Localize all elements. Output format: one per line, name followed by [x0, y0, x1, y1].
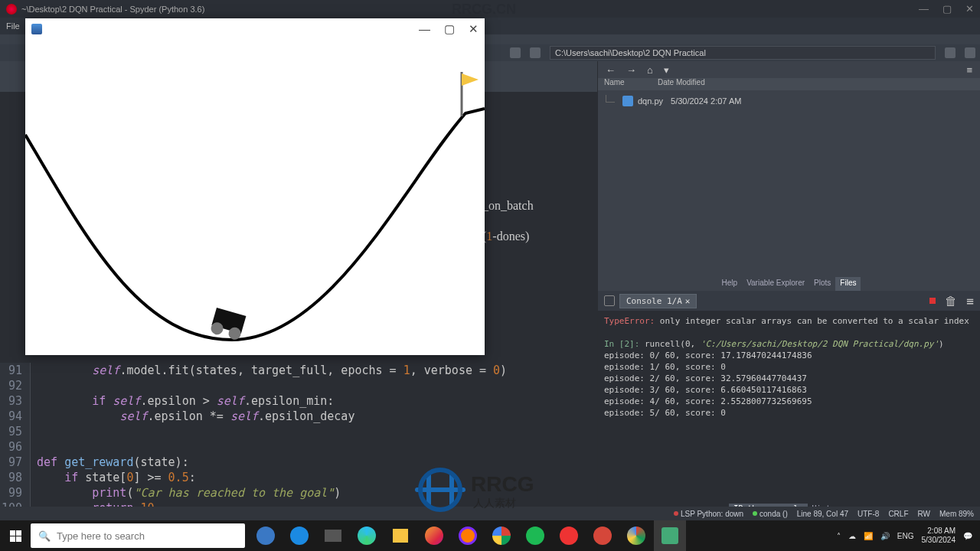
tray-sound-icon[interactable]: 🔊 — [880, 532, 890, 540]
fb-filter-icon[interactable]: ▾ — [664, 64, 669, 76]
col-name[interactable]: Name — [598, 78, 652, 90]
taskbar-app[interactable] — [553, 520, 585, 551]
menu-file[interactable]: File — [6, 21, 20, 31]
console-output[interactable]: TypeError: only integer scalar arrays ca… — [598, 311, 980, 423]
game-window: — ▢ ✕ — [25, 18, 485, 355]
taskbar-app[interactable] — [452, 520, 484, 551]
back-icon[interactable] — [530, 47, 541, 58]
game-minimize-icon[interactable]: — — [419, 22, 430, 36]
status-enc: UTF-8 — [858, 510, 879, 518]
game-titlebar[interactable]: — ▢ ✕ — [25, 18, 485, 40]
tab-help[interactable]: Help — [717, 277, 743, 291]
fb-menu-icon[interactable]: ≡ — [966, 64, 972, 76]
fb-header: Name Date Modified — [598, 78, 980, 90]
tab-plots[interactable]: Plots — [809, 277, 835, 291]
mountain-car-canvas — [25, 40, 485, 355]
console-tab[interactable]: Console 1/A ✕ — [619, 294, 697, 308]
taskbar-app[interactable] — [519, 520, 551, 551]
status-lsp: LSP Python: down — [681, 510, 743, 518]
tray-lang[interactable]: ENG — [897, 532, 914, 540]
parent-dir-icon[interactable] — [965, 47, 975, 58]
working-dir-input[interactable] — [550, 46, 936, 60]
taskbar-app-spyder[interactable] — [654, 520, 686, 551]
wrench-icon[interactable] — [510, 47, 521, 58]
game-close-icon[interactable]: ✕ — [469, 22, 479, 36]
search-placeholder: Type here to search — [57, 530, 145, 542]
tab-variable-explorer[interactable]: Variable Explorer — [742, 277, 809, 291]
status-rw: RW — [918, 510, 930, 518]
console-expand-icon[interactable] — [604, 295, 615, 306]
col-date[interactable]: Date Modified — [652, 78, 711, 90]
fb-back-icon[interactable]: ← — [606, 64, 616, 76]
stop-kernel-icon[interactable] — [929, 298, 936, 304]
app-icon — [6, 4, 17, 15]
taskbar-app[interactable] — [283, 520, 315, 551]
code-fragment: _on_batch — [482, 199, 534, 213]
taskbar-app[interactable] — [418, 520, 450, 551]
file-row[interactable]: dqn.py 5/30/2024 2:07 AM — [606, 93, 972, 109]
window-title: ~\Desktop\2 DQN Practical - Spyder (Pyth… — [21, 5, 204, 14]
minimize-icon[interactable]: — — [919, 3, 929, 15]
search-icon: 🔍 — [38, 530, 51, 542]
status-pos: Line 89, Col 47 — [797, 510, 848, 518]
tab-files[interactable]: Files — [835, 277, 861, 291]
taskbar-clock[interactable]: 2:08 AM 5/30/2024 — [922, 527, 956, 545]
clear-console-icon[interactable]: 🗑 — [945, 294, 957, 308]
tray-onedrive-icon[interactable]: ☁ — [848, 532, 856, 540]
statusbar: LSP Python: down conda () Line 89, Col 4… — [0, 507, 980, 520]
code-line[interactable]: 98 if state[0] >= 0.5: — [0, 470, 597, 485]
file-browser-tabs: Help Variable Explorer Plots Files — [598, 277, 980, 291]
maximize-icon[interactable]: ▢ — [942, 3, 952, 15]
taskbar-app[interactable] — [351, 520, 383, 551]
code-line[interactable]: 96 — [0, 439, 597, 455]
fb-forward-icon[interactable]: → — [626, 64, 636, 76]
status-eol: CRLF — [888, 510, 908, 518]
code-line[interactable]: 93 if self.epsilon > self.epsilon_min: — [0, 393, 597, 409]
taskbar-app[interactable] — [620, 520, 652, 551]
tray-wifi-icon[interactable]: 📶 — [864, 532, 873, 540]
taskbar-app[interactable] — [250, 520, 282, 551]
code-line[interactable]: 99 print("Car has reached to the goal") — [0, 485, 597, 500]
taskbar-search[interactable]: 🔍 Type here to search — [31, 523, 245, 548]
taskbar-app[interactable] — [485, 520, 518, 551]
python-file-icon — [622, 96, 633, 106]
start-button[interactable] — [0, 520, 31, 551]
taskbar-app[interactable] — [586, 520, 619, 551]
file-browser-pane: ← → ⌂ ▾ ≡ Name Date Modified dqn.py 5/30… — [598, 61, 980, 291]
status-mem: Mem 89% — [939, 510, 974, 518]
taskbar-app[interactable] — [384, 520, 416, 551]
file-name: dqn.py — [638, 96, 663, 106]
code-line[interactable]: 94 self.epsilon *= self.epsilon_decay — [0, 409, 597, 424]
fb-home-icon[interactable]: ⌂ — [647, 64, 653, 76]
console-pane: Console 1/A ✕ 🗑 ≡ TypeError: only intege… — [598, 291, 980, 516]
close-icon[interactable]: ✕ — [965, 3, 974, 15]
tray-chevron-icon[interactable]: ˄ — [837, 532, 841, 540]
svg-marker-1 — [462, 73, 479, 86]
pygame-icon — [31, 24, 42, 34]
console-menu-icon[interactable]: ≡ — [966, 294, 974, 308]
game-maximize-icon[interactable]: ▢ — [444, 22, 455, 36]
browse-folder-icon[interactable] — [945, 47, 956, 58]
tray-notifications-icon[interactable]: 💬 — [963, 532, 972, 540]
code-line[interactable]: 95 — [0, 424, 597, 439]
taskbar: 🔍 Type here to search ˄ ☁ 📶 🔊 ENG 2:08 A… — [0, 520, 980, 551]
code-line[interactable]: 92 — [0, 378, 597, 393]
code-line[interactable]: 97def get_reward(state): — [0, 455, 597, 470]
taskbar-app[interactable] — [317, 520, 349, 551]
titlebar: ~\Desktop\2 DQN Practical - Spyder (Pyth… — [0, 0, 980, 18]
code-line[interactable]: 91 self.model.fit(states, target_full, e… — [0, 363, 597, 378]
code-fragment: (1-dones) — [482, 230, 529, 243]
console-tab-close-icon[interactable]: ✕ — [685, 296, 691, 306]
file-date: 5/30/2024 2:07 AM — [671, 96, 741, 106]
status-conda: conda () — [760, 510, 788, 518]
